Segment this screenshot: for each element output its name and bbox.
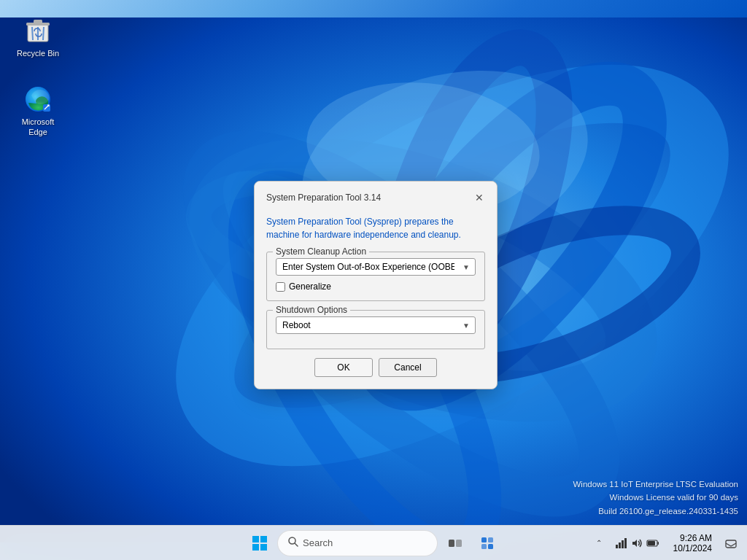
- microsoft-edge-icon[interactable]: Microsoft Edge: [12, 82, 64, 141]
- shutdown-options-label: Shutdown Options: [273, 305, 350, 315]
- tray-icons-area[interactable]: [609, 529, 665, 558]
- volume-icon: [630, 536, 644, 551]
- ok-button[interactable]: OK: [314, 358, 373, 377]
- clock-time: 9:26 AM: [680, 533, 712, 543]
- svg-rect-34: [657, 542, 659, 545]
- edge-label: Microsoft Edge: [15, 117, 61, 138]
- generalize-row: Generalize: [276, 281, 476, 292]
- recycle-bin-icon[interactable]: Recycle Bin: [12, 13, 64, 61]
- widgets-button[interactable]: [473, 529, 502, 558]
- dialog-body: System Preparation Tool (Sysprep) prepar…: [255, 212, 497, 389]
- tray-chevron-button[interactable]: ⌃: [590, 529, 608, 558]
- shutdown-options-group: Shutdown Options Reboot Shutdown Quit ▼: [266, 310, 485, 349]
- cleanup-action-select-wrapper: Enter System Out-of-Box Experience (OOBE…: [276, 258, 476, 276]
- cleanup-action-group: System Cleanup Action Enter System Out-o…: [266, 252, 485, 301]
- search-placeholder: Search: [303, 537, 333, 548]
- svg-rect-27: [488, 544, 493, 549]
- taskbar-center: Search: [245, 529, 502, 558]
- sysprep-dialog: System Preparation Tool 3.14 ✕ System Pr…: [254, 181, 498, 389]
- dialog-description: System Preparation Tool (Sysprep) prepar…: [266, 215, 485, 241]
- svg-rect-19: [260, 544, 267, 551]
- svg-line-21: [295, 543, 298, 546]
- svg-rect-31: [624, 538, 627, 548]
- svg-rect-28: [616, 545, 618, 548]
- shutdown-select-wrapper: Reboot Shutdown Quit ▼: [276, 316, 476, 334]
- close-button[interactable]: ✕: [471, 189, 488, 206]
- watermark-line2: Windows License valid for 90 days: [573, 491, 739, 504]
- chevron-up-icon: ⌃: [596, 539, 602, 547]
- cleanup-action-label: System Cleanup Action: [273, 246, 369, 257]
- svg-rect-29: [619, 542, 621, 548]
- svg-rect-24: [481, 537, 487, 542]
- clock[interactable]: 9:26 AM 10/1/2024: [666, 529, 719, 558]
- shutdown-select[interactable]: Reboot Shutdown Quit: [276, 316, 476, 334]
- recycle-bin-image: [23, 16, 53, 45]
- dialog-title: System Preparation Tool 3.14: [266, 192, 381, 203]
- svg-rect-22: [449, 540, 454, 547]
- svg-rect-13: [34, 20, 42, 23]
- svg-rect-17: [260, 536, 267, 542]
- start-button[interactable]: [245, 529, 274, 558]
- search-bar[interactable]: Search: [277, 530, 438, 556]
- notification-button[interactable]: [721, 529, 741, 558]
- generalize-checkbox[interactable]: [276, 282, 285, 292]
- svg-rect-25: [488, 537, 493, 542]
- windows-logo-icon: [252, 535, 268, 551]
- search-icon: [288, 537, 298, 549]
- svg-rect-16: [252, 536, 259, 542]
- svg-rect-30: [622, 540, 624, 548]
- taskbar: Search ⌃: [0, 525, 747, 560]
- dialog-titlebar: System Preparation Tool 3.14 ✕: [255, 182, 497, 212]
- generalize-label[interactable]: Generalize: [289, 281, 331, 292]
- watermark-line1: Windows 11 IoT Enterprise LTSC Evaluatio…: [573, 478, 739, 491]
- cleanup-action-select[interactable]: Enter System Out-of-Box Experience (OOBE…: [276, 258, 476, 276]
- network-icon: [614, 536, 628, 551]
- clock-date: 10/1/2024: [673, 543, 712, 553]
- watermark: Windows 11 IoT Enterprise LTSC Evaluatio…: [573, 478, 739, 518]
- svg-rect-26: [481, 544, 487, 549]
- dialog-buttons: OK Cancel: [266, 358, 485, 377]
- svg-rect-18: [252, 544, 259, 551]
- svg-rect-33: [648, 541, 655, 545]
- watermark-line3: Build 26100.ge_release.240331-1435: [573, 505, 739, 518]
- recycle-bin-label: Recycle Bin: [17, 48, 59, 58]
- battery-icon: [646, 536, 660, 551]
- desktop: Recycle Bin: [0, 0, 747, 560]
- cancel-button[interactable]: Cancel: [379, 358, 437, 377]
- system-tray: ⌃: [590, 526, 747, 561]
- edge-image: [23, 85, 53, 114]
- svg-rect-23: [456, 540, 462, 547]
- task-view-button[interactable]: [441, 529, 470, 558]
